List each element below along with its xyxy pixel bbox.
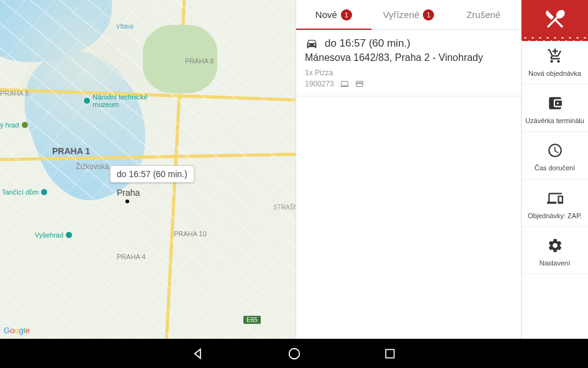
poi-marker-icon (21, 121, 29, 129)
home-button[interactable] (287, 346, 302, 361)
app-logo (522, 0, 588, 37)
map-district-label: PRAHA 6 (0, 90, 29, 97)
laptop-icon (340, 80, 349, 88)
settings-button[interactable]: Nastavení (522, 227, 588, 274)
map-center-label: Praha (117, 188, 140, 198)
tab-cancelled[interactable]: Zrušené (446, 0, 521, 29)
order-tabs: Nové 1 Vyřízené 1 Zrušené (296, 0, 521, 30)
road-shield: E65 (243, 316, 261, 324)
order-items: 1x Pizza (305, 68, 512, 77)
svg-point-0 (289, 348, 299, 359)
poi-marker-icon (65, 231, 73, 239)
map-neighborhood-label: Žižkovská... (76, 162, 115, 171)
map-panel[interactable]: PRAHA 1 PRAHA 6 PRAHA 8 PRAHA 4 PRAHA 10… (0, 0, 296, 339)
tab-done[interactable]: Vyřízené 1 (371, 0, 446, 29)
car-icon (305, 37, 319, 50)
button-label: Uzávěrka terminálu (524, 117, 586, 125)
poi-label: Národní technické muzeum (93, 93, 148, 108)
poi-marker-icon (83, 97, 91, 104)
map-poi[interactable]: ý hrad (0, 121, 29, 129)
tab-label: Nové (315, 9, 337, 20)
map-water-label: Vltava (116, 23, 133, 30)
add-cart-icon (524, 47, 586, 65)
poi-label: Vyšehrad (35, 231, 63, 239)
cutlery-icon (543, 7, 567, 30)
devices-icon (524, 190, 586, 207)
poi-label: ý hrad (0, 121, 19, 129)
map-poi[interactable]: Tančící dům (2, 188, 48, 196)
order-address: Mánesova 1642/83, Praha 2 - Vinohrady (305, 52, 512, 63)
back-button[interactable] (191, 346, 206, 361)
tab-badge: 1 (341, 9, 352, 21)
map-district-label: PRAHA 4 (117, 253, 145, 260)
order-id: 1900273 (305, 80, 334, 88)
button-label: Nastavení (524, 259, 586, 267)
tab-label: Zrušené (466, 9, 500, 20)
orders-panel: Nové 1 Vyřízené 1 Zrušené do 16:57 (60 m… (296, 0, 521, 339)
gear-icon (524, 237, 586, 254)
tab-new[interactable]: Nové 1 (296, 0, 371, 29)
tab-badge: 1 (423, 9, 434, 21)
map-district-label: PRAHA 8 (185, 57, 214, 65)
delivery-time-button[interactable]: Čas doručení (522, 132, 588, 179)
map-district-label: PRAHA 10 (174, 230, 207, 237)
terminal-close-button[interactable]: Uzávěrka terminálu (522, 85, 588, 132)
recents-button[interactable] (382, 346, 397, 361)
android-navbar (0, 339, 588, 368)
map-poi[interactable]: Vyšehrad (35, 231, 73, 239)
svg-rect-1 (386, 349, 394, 357)
map-tooltip[interactable]: do 16:57 (60 min.) (110, 165, 194, 183)
map-road-label: STRAŠN (273, 204, 296, 211)
sidebar: Nová objednávka Uzávěrka terminálu Čas d… (521, 0, 588, 339)
order-card[interactable]: do 16:57 (60 min.) Mánesova 1642/83, Pra… (296, 30, 521, 96)
poi-label: Tančící dům (2, 188, 38, 196)
orders-toggle-button[interactable]: Objednávky: ZAP. (522, 180, 588, 227)
order-time: do 16:57 (60 min.) (325, 37, 410, 50)
map-district-label: PRAHA 1 (52, 146, 90, 156)
button-label: Objednávky: ZAP. (524, 212, 586, 220)
new-order-button[interactable]: Nová objednávka (522, 37, 588, 85)
wallet-icon (524, 94, 586, 112)
poi-marker-icon (40, 188, 48, 196)
clock-icon (524, 142, 586, 159)
credit-card-icon (355, 80, 364, 88)
button-label: Nová objednávka (524, 70, 586, 78)
google-logo: Google (4, 326, 30, 335)
map-poi[interactable]: Národní technické muzeum (83, 93, 148, 108)
tab-label: Vyřízené (383, 9, 420, 20)
button-label: Čas doručení (524, 164, 586, 172)
map-center-marker-icon (125, 200, 129, 203)
